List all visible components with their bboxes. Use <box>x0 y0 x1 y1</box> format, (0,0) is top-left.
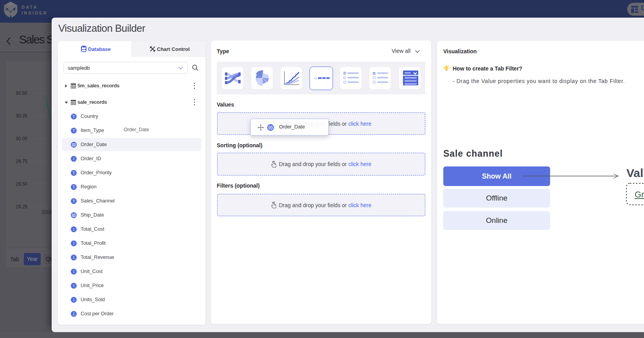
svg-text:T: T <box>72 185 75 189</box>
svg-text:1: 1 <box>73 255 75 260</box>
svg-text:1: 1 <box>73 157 75 161</box>
svg-text:T: T <box>72 199 75 203</box>
svg-text:1: 1 <box>73 227 75 231</box>
svg-text:T: T <box>72 171 75 175</box>
svg-text:1: 1 <box>73 241 75 246</box>
svg-text:1: 1 <box>73 284 75 288</box>
svg-text:T: T <box>72 114 75 119</box>
svg-text:T: T <box>72 128 75 133</box>
svg-text:1: 1 <box>73 298 75 302</box>
svg-text:Tab: Tab <box>314 77 318 80</box>
svg-text:1: 1 <box>73 269 75 274</box>
